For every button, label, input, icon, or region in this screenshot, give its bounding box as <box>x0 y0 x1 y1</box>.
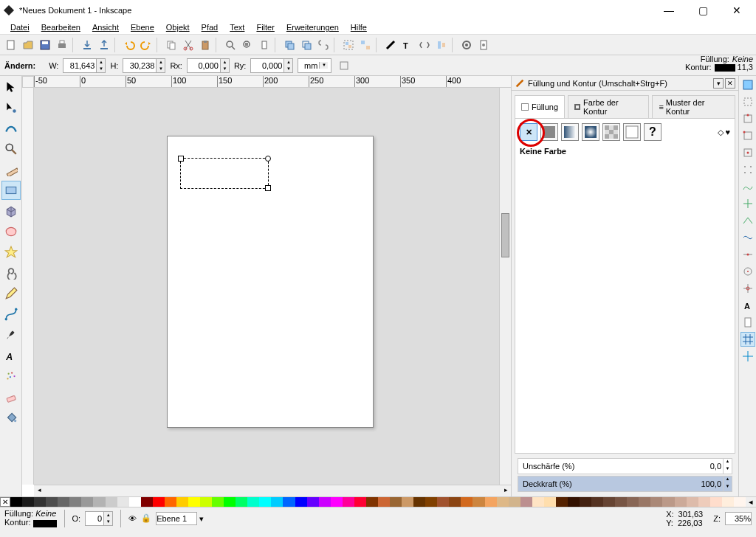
snap-smooth-icon[interactable] <box>740 230 755 245</box>
select-tool-icon[interactable] <box>1 77 21 97</box>
open-icon[interactable] <box>20 37 36 53</box>
menu-filter[interactable]: Filter <box>252 23 278 32</box>
swatch-button[interactable] <box>623 123 641 141</box>
palette-swatch[interactable] <box>710 497 722 507</box>
tab-stroke-style[interactable]: ≡Muster der Kontur <box>652 95 735 118</box>
palette-swatch[interactable] <box>722 497 734 507</box>
palette-swatch[interactable] <box>343 497 354 507</box>
horizontal-scrollbar[interactable]: ◂ ▸ <box>34 485 511 496</box>
bezier-tool-icon[interactable] <box>1 305 21 324</box>
palette-swatch[interactable] <box>81 497 93 507</box>
palette-swatch[interactable] <box>734 497 746 507</box>
palette-swatch[interactable] <box>603 497 615 507</box>
palette-swatch[interactable] <box>449 497 461 507</box>
palette-swatch[interactable] <box>627 497 639 507</box>
palette-swatch[interactable] <box>247 497 259 507</box>
panel-close-icon[interactable]: ✕ <box>725 78 735 89</box>
maximize-button[interactable]: ▢ <box>693 4 713 16</box>
snap-grid-icon[interactable] <box>740 332 755 347</box>
palette-swatch[interactable] <box>271 497 283 507</box>
snap-path-icon[interactable] <box>740 179 755 194</box>
palette-swatch[interactable] <box>591 497 603 507</box>
no-paint-button[interactable]: ✕ <box>520 123 537 141</box>
zoom-tool-icon[interactable] <box>1 139 21 159</box>
snap-node-icon[interactable] <box>740 162 755 177</box>
palette-swatch[interactable] <box>509 497 520 507</box>
palette-swatch[interactable] <box>153 497 165 507</box>
palette-swatch[interactable] <box>485 497 497 507</box>
snap-page-icon[interactable] <box>740 315 755 330</box>
zoom-page-icon[interactable] <box>256 37 272 53</box>
menu-bearbeiten[interactable]: Bearbeiten <box>37 23 85 32</box>
palette-swatch[interactable] <box>283 497 295 507</box>
blur-slider[interactable]: Unschärfe (%) 0,0 ▲▼ <box>518 458 732 474</box>
palette-swatch[interactable] <box>568 497 580 507</box>
palette-swatch[interactable] <box>141 497 153 507</box>
pattern-button[interactable] <box>602 123 620 141</box>
paste-icon[interactable] <box>197 37 213 53</box>
visibility-toggle-icon[interactable]: 👁 <box>128 514 137 523</box>
palette-menu-icon[interactable]: ◂ <box>746 497 756 507</box>
palette-swatch[interactable] <box>366 497 378 507</box>
snap-enable-icon[interactable] <box>740 77 755 92</box>
snap-bbox-mid-icon[interactable] <box>740 145 755 160</box>
ungroup-icon[interactable] <box>357 37 374 53</box>
ruler-origin[interactable] <box>22 76 34 88</box>
spiral-tool-icon[interactable] <box>1 263 21 283</box>
cut-icon[interactable] <box>180 37 196 53</box>
palette-swatch[interactable] <box>698 497 710 507</box>
palette-swatch[interactable] <box>331 497 343 507</box>
zoom-draw-icon[interactable] <box>239 37 255 53</box>
tab-fill[interactable]: Füllung <box>515 95 565 118</box>
ruler-vertical[interactable] <box>22 88 34 485</box>
palette-swatch[interactable] <box>639 497 650 507</box>
group-icon[interactable] <box>340 37 357 53</box>
corner-radius-handle[interactable] <box>265 156 271 162</box>
spray-tool-icon[interactable] <box>1 367 21 386</box>
height-input[interactable]: ▲▼ <box>123 58 165 73</box>
snap-guide-icon[interactable] <box>740 349 755 364</box>
linear-gradient-button[interactable] <box>561 123 579 141</box>
palette-swatch[interactable] <box>544 497 556 507</box>
opacity-quick-input[interactable]: ▲▼ <box>85 511 113 526</box>
close-button[interactable]: ✕ <box>726 4 747 16</box>
unknown-paint-button[interactable]: ? <box>644 123 662 141</box>
palette-swatch[interactable] <box>165 497 176 507</box>
palette-swatch[interactable] <box>402 497 413 507</box>
palette-swatch[interactable] <box>224 497 236 507</box>
snap-bbox-corner-icon[interactable] <box>740 128 755 143</box>
palette-swatch[interactable] <box>69 497 81 507</box>
drawn-rectangle[interactable] <box>180 158 269 189</box>
node-tool-icon[interactable] <box>1 98 21 117</box>
text-tool-icon[interactable]: A <box>1 346 21 365</box>
palette-swatch[interactable] <box>497 497 509 507</box>
panel-minimize-icon[interactable]: ▾ <box>713 78 724 89</box>
3dbox-tool-icon[interactable] <box>1 201 21 221</box>
palette-swatch[interactable] <box>307 497 319 507</box>
xml-icon[interactable] <box>416 37 433 53</box>
align-icon[interactable] <box>433 37 450 53</box>
palette-swatch[interactable] <box>34 497 46 507</box>
snap-bbox-edge-icon[interactable] <box>740 111 755 126</box>
palette-swatch[interactable] <box>650 497 662 507</box>
palette-swatch[interactable] <box>425 497 437 507</box>
palette-swatch[interactable] <box>662 497 674 507</box>
tab-stroke-paint[interactable]: Farbe der Kontur <box>568 95 649 118</box>
save-icon[interactable] <box>37 37 53 53</box>
measure-tool-icon[interactable] <box>1 160 21 179</box>
reset-corner-icon[interactable] <box>336 58 352 74</box>
fill-dialog-icon[interactable] <box>382 37 399 53</box>
palette-swatch[interactable] <box>615 497 627 507</box>
palette-swatch[interactable] <box>200 497 212 507</box>
palette-swatch[interactable] <box>532 497 544 507</box>
palette-swatch[interactable] <box>236 497 247 507</box>
unit-select[interactable]: ▼ <box>298 58 331 73</box>
lock-toggle-icon[interactable]: 🔒 <box>141 513 151 523</box>
palette-swatch[interactable] <box>22 497 34 507</box>
vertical-scrollbar[interactable] <box>499 88 511 485</box>
menu-pfad[interactable]: Pfad <box>197 23 223 32</box>
eraser-tool-icon[interactable] <box>1 387 21 406</box>
minimize-button[interactable]: — <box>659 4 679 16</box>
star-tool-icon[interactable] <box>1 243 21 262</box>
palette-swatch[interactable] <box>117 497 129 507</box>
